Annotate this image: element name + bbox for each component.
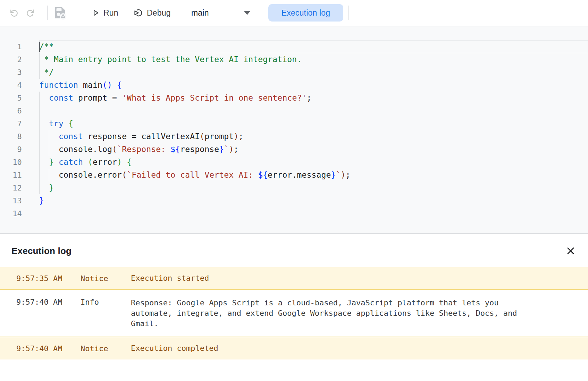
execution-log-button-label: Execution log [282, 8, 330, 18]
log-entry: 9:57:35 AMNoticeExecution started [0, 267, 588, 290]
log-entry-message: Response: Google Apps Script is a cloud-… [131, 298, 531, 329]
code-line[interactable]: 5 const prompt = 'What is Apps Script in… [0, 92, 588, 104]
code-line[interactable]: 7 try { [0, 117, 588, 130]
code-line-text: } [39, 181, 54, 194]
code-line[interactable]: 12 } [0, 181, 588, 194]
line-number[interactable]: 8 [0, 130, 22, 143]
code-line[interactable]: 11 console.error(`Failed to call Vertex … [0, 169, 588, 181]
code-lines: 1/**2 * Main entry point to test the Ver… [0, 40, 588, 220]
toolbar-divider [47, 6, 48, 20]
run-button[interactable]: Run [91, 0, 118, 26]
code-line-text: try { [39, 117, 73, 130]
code-line-text: * Main entry point to test the Vertex AI… [39, 53, 302, 66]
function-selector[interactable]: main [191, 0, 254, 26]
log-entries: 9:57:35 AMNoticeExecution started9:57:40… [0, 267, 588, 359]
execution-log-button[interactable]: Execution log [268, 4, 343, 22]
code-line[interactable]: 2 * Main entry point to test the Vertex … [0, 53, 588, 66]
line-number[interactable]: 4 [0, 79, 22, 92]
line-number[interactable]: 10 [0, 156, 22, 169]
code-line-text: */ [39, 66, 54, 79]
code-line[interactable]: 6 [0, 104, 588, 117]
log-entry-level: Notice [81, 274, 131, 283]
log-entry: 9:57:40 AMInfoResponse: Google Apps Scri… [0, 290, 588, 337]
function-selector-value: main [191, 8, 209, 18]
close-button[interactable] [564, 244, 578, 258]
line-number[interactable]: 1 [0, 40, 22, 53]
line-number[interactable]: 9 [0, 143, 22, 156]
apps-script-editor-window: Run Debug main Execution log 1/**2 * Mai… [0, 0, 588, 381]
code-line[interactable]: 13} [0, 194, 588, 207]
code-line[interactable]: 10 } catch (error) { [0, 156, 588, 169]
line-number[interactable]: 7 [0, 117, 22, 130]
execution-log-header: Execution log [0, 235, 588, 267]
code-line-text: } catch (error) { [39, 156, 132, 169]
log-entry-time: 9:57:35 AM [16, 274, 81, 283]
close-icon [566, 246, 576, 256]
line-number[interactable]: 14 [0, 207, 22, 220]
debug-button[interactable]: Debug [133, 0, 171, 26]
log-entry-time: 9:57:40 AM [16, 344, 81, 353]
log-entry-message: Execution started [131, 273, 531, 283]
current-line-highlight [39, 40, 588, 53]
line-number[interactable]: 12 [0, 181, 22, 194]
execution-log-panel: Execution log 9:57:35 AMNoticeExecution … [0, 235, 588, 381]
save-button[interactable] [53, 0, 67, 26]
code-line-text: console.error(`Failed to call Vertex AI:… [39, 169, 351, 181]
code-line[interactable]: 14 [0, 207, 588, 220]
code-editor[interactable]: 1/**2 * Main entry point to test the Ver… [0, 26, 588, 234]
run-icon [91, 8, 100, 17]
redo-button[interactable] [26, 0, 35, 26]
toolbar-divider [348, 6, 349, 20]
toolbar-divider [262, 6, 262, 20]
line-number[interactable]: 13 [0, 194, 22, 207]
code-line[interactable]: 4function main() { [0, 79, 588, 92]
code-line-text: function main() { [39, 79, 122, 92]
code-line-text: const prompt = 'What is Apps Script in o… [39, 92, 311, 104]
log-entry-level: Info [81, 298, 131, 306]
dropdown-arrow-icon [244, 11, 250, 15]
code-line[interactable]: 9 console.log(`Response: ${response}`); [0, 143, 588, 156]
code-line-text: } [39, 194, 44, 207]
line-number[interactable]: 11 [0, 169, 22, 181]
line-number[interactable]: 3 [0, 66, 22, 79]
log-entry: 9:57:40 AMNoticeExecution completed [0, 337, 588, 359]
undo-icon [9, 8, 19, 18]
code-line-text: /** [39, 40, 54, 53]
run-button-label: Run [103, 8, 118, 18]
toolbar: Run Debug main Execution log [0, 0, 588, 26]
line-number[interactable]: 2 [0, 53, 22, 66]
debug-button-label: Debug [147, 8, 171, 18]
code-line-text: const response = callVertexAI(prompt); [39, 130, 243, 143]
execution-log-title: Execution log [11, 246, 72, 256]
line-number[interactable]: 5 [0, 92, 22, 104]
save-icon [53, 5, 67, 21]
log-entry-message: Execution completed [131, 343, 531, 354]
debug-icon [133, 8, 143, 18]
redo-icon [26, 8, 35, 18]
log-entry-level: Notice [81, 344, 131, 353]
code-line[interactable]: 8 const response = callVertexAI(prompt); [0, 130, 588, 143]
code-line[interactable]: 3 */ [0, 66, 588, 79]
toolbar-divider [78, 6, 78, 20]
log-entry-time: 9:57:40 AM [16, 298, 81, 306]
line-number[interactable]: 6 [0, 104, 22, 117]
code-line-text: console.log(`Response: ${response}`); [39, 143, 238, 156]
undo-button[interactable] [9, 0, 19, 26]
indent-guide [39, 104, 40, 117]
code-line[interactable]: 1/** [0, 40, 588, 53]
